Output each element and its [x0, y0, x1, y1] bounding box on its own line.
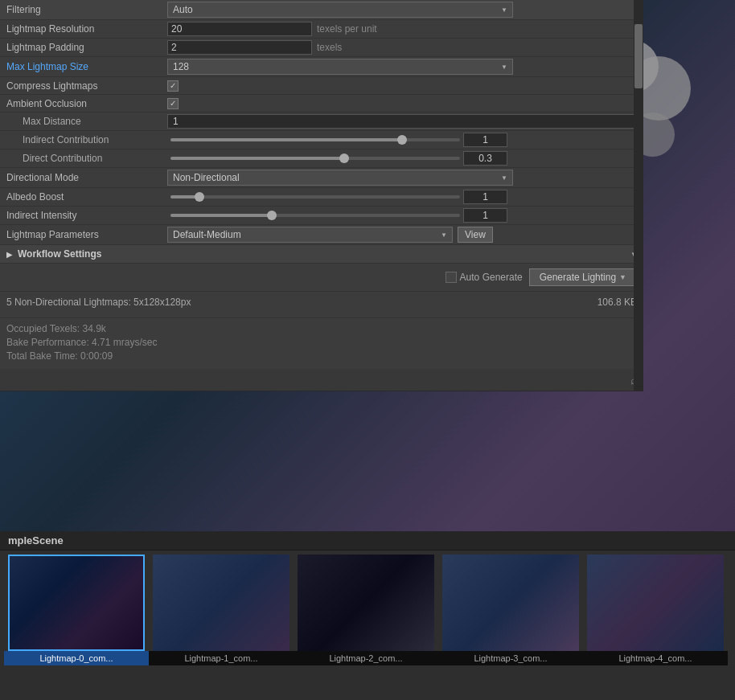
albedo-boost-track[interactable] — [170, 195, 460, 199]
asset-panel: mpleScene Lightmap-0_com... Lightmap-1_c… — [0, 531, 735, 700]
lightmap-padding-input[interactable] — [167, 40, 312, 55]
bake-performance-row: Bake Performance: 4.71 mrays/sec — [6, 337, 637, 348]
max-lightmap-size-dropdown[interactable]: 128 ▼ — [167, 59, 513, 75]
ambient-occlusion-row: Ambient Occlusion — [0, 95, 643, 113]
max-lightmap-dropdown-arrow: ▼ — [501, 63, 507, 71]
lightmap-resolution-suffix: texels per unit — [317, 23, 377, 35]
scrollbar[interactable] — [634, 0, 643, 391]
ambient-occlusion-label: Ambient Occlusion — [6, 98, 167, 109]
total-bake-time-text: Total Bake Time: 0:00:09 — [6, 350, 113, 362]
asset-thumbnail-3 — [442, 555, 579, 651]
direct-contribution-track[interactable] — [170, 157, 460, 160]
asset-thumbnail-1 — [153, 555, 289, 651]
lightmap-resolution-row: Lightmap Resolution texels per unit — [0, 20, 643, 39]
workflow-settings-header[interactable]: ▶ Workflow Settings ▼ — [0, 245, 643, 264]
direct-contribution-fill — [170, 157, 344, 160]
lightmap-params-view-button[interactable]: View — [458, 227, 493, 243]
indirect-contribution-value[interactable] — [463, 133, 507, 147]
settings-panel: Filtering Auto ▼ Lightmap Resolution tex… — [0, 0, 643, 391]
ambient-occlusion-checkbox[interactable] — [167, 98, 179, 109]
indirect-intensity-fill — [170, 214, 272, 217]
lightmap-params-dropdown[interactable]: Default-Medium ▼ — [167, 227, 453, 243]
indirect-intensity-value[interactable] — [463, 208, 507, 223]
filtering-dropdown[interactable]: Auto ▼ — [167, 2, 513, 18]
lightmap-padding-label: Lightmap Padding — [6, 42, 167, 53]
indirect-intensity-row: Indirect Intensity — [0, 207, 643, 225]
occupied-texels-text: Occupied Texels: 34.9k — [6, 323, 106, 334]
asset-thumbnail-0 — [8, 555, 145, 651]
albedo-boost-row: Albedo Boost — [0, 188, 643, 207]
directional-mode-row: Directional Mode Non-Directional ▼ — [0, 168, 643, 188]
search-bar: ⌕ — [0, 369, 643, 391]
direct-contribution-label: Direct Contribution — [6, 153, 167, 164]
direct-contribution-row: Direct Contribution — [0, 149, 643, 168]
list-item[interactable]: Lightmap-4_com... — [583, 555, 728, 665]
direct-contribution-slider-container — [167, 151, 637, 166]
lightmaps-info-text: 5 Non-Directional Lightmaps: 5x128x128px — [6, 297, 191, 308]
stats-section: Occupied Texels: 34.9k Bake Performance:… — [0, 318, 643, 369]
auto-generate-checkbox[interactable] — [446, 272, 457, 283]
list-item[interactable]: Lightmap-3_com... — [438, 555, 583, 665]
max-lightmap-size-label: Max Lightmap Size — [6, 61, 167, 72]
asset-thumbnail-4 — [587, 555, 724, 651]
scrollbar-thumb[interactable] — [634, 24, 643, 88]
indirect-contribution-row: Indirect Contribution — [0, 131, 643, 149]
list-item[interactable]: Lightmap-2_com... — [294, 555, 438, 665]
asset-panel-title: mpleScene — [8, 534, 64, 546]
generate-dropdown-icon: ▼ — [619, 273, 626, 281]
lightmap-params-label: Lightmap Parameters — [6, 229, 167, 240]
max-lightmap-size-value: 128 — [173, 61, 498, 72]
list-item[interactable]: Lightmap-0_com... — [4, 555, 149, 665]
indirect-intensity-label: Indirect Intensity — [6, 210, 167, 221]
indirect-contribution-thumb[interactable] — [397, 135, 407, 145]
max-distance-row: Max Distance — [0, 113, 643, 131]
directional-mode-label: Directional Mode — [6, 172, 167, 183]
albedo-boost-slider-container — [167, 190, 637, 204]
asset-label-1: Lightmap-1_com... — [149, 651, 294, 665]
generate-lighting-label: Generate Lighting — [540, 272, 616, 283]
indirect-intensity-thumb[interactable] — [267, 211, 277, 220]
lightmap-padding-row: Lightmap Padding texels — [0, 39, 643, 57]
lightmap-resolution-input[interactable] — [167, 22, 312, 36]
max-lightmap-size-row: Max Lightmap Size 128 ▼ — [0, 57, 643, 77]
asset-grid: Lightmap-0_com... Lightmap-1_com... Ligh… — [0, 551, 735, 669]
asset-label-3: Lightmap-3_com... — [438, 651, 583, 665]
asset-label-2: Lightmap-2_com... — [294, 651, 438, 665]
lightmap-params-row: Lightmap Parameters Default-Medium ▼ Vie… — [0, 225, 643, 245]
directional-mode-dropdown-arrow: ▼ — [501, 174, 507, 182]
albedo-boost-value[interactable] — [463, 190, 507, 204]
lightmap-params-value: Default-Medium — [173, 229, 437, 240]
indirect-contribution-slider-container — [167, 133, 637, 147]
direct-contribution-value[interactable] — [463, 151, 507, 166]
directional-mode-dropdown[interactable]: Non-Directional ▼ — [167, 170, 513, 186]
list-item[interactable]: Lightmap-1_com... — [149, 555, 294, 665]
occupied-texels-row: Occupied Texels: 34.9k — [6, 323, 637, 334]
lightmap-padding-suffix: texels — [317, 42, 342, 53]
asset-label-4: Lightmap-4_com... — [583, 651, 728, 665]
compress-lightmaps-row: Compress Lightmaps — [0, 77, 643, 95]
directional-mode-value: Non-Directional — [173, 172, 498, 183]
indirect-intensity-slider-container — [167, 208, 637, 223]
asset-panel-header: mpleScene — [0, 531, 735, 551]
workflow-bar: Auto Generate Generate Lighting ▼ — [0, 264, 643, 292]
file-size-text: 106.8 KB — [597, 297, 637, 308]
filtering-row: Filtering Auto ▼ — [0, 0, 643, 20]
indirect-intensity-track[interactable] — [170, 214, 460, 217]
filtering-value: Auto — [173, 4, 498, 15]
albedo-boost-label: Albedo Boost — [6, 191, 167, 203]
indirect-contribution-track[interactable] — [170, 138, 460, 141]
workflow-settings-title: Workflow Settings — [18, 248, 101, 260]
auto-generate-label: Auto Generate — [460, 272, 523, 283]
albedo-boost-thumb[interactable] — [195, 192, 204, 202]
indirect-contribution-label: Indirect Contribution — [6, 134, 167, 145]
bake-performance-text: Bake Performance: 4.71 mrays/sec — [6, 337, 157, 348]
generate-lighting-button[interactable]: Generate Lighting ▼ — [529, 268, 637, 286]
info-section: 5 Non-Directional Lightmaps: 5x128x128px… — [0, 292, 643, 318]
lightmap-params-dropdown-arrow: ▼ — [441, 231, 447, 239]
filtering-dropdown-arrow: ▼ — [501, 6, 507, 14]
max-distance-input[interactable] — [167, 114, 637, 129]
indirect-contribution-fill — [170, 138, 402, 141]
direct-contribution-thumb[interactable] — [339, 154, 349, 163]
compress-lightmaps-checkbox[interactable] — [167, 80, 179, 92]
max-distance-label: Max Distance — [6, 116, 167, 127]
